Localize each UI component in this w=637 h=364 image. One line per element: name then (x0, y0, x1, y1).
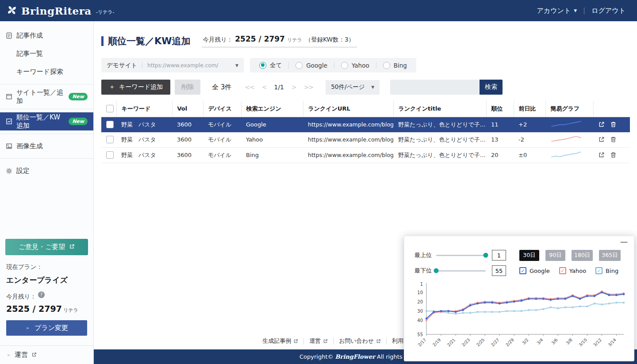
edit-document-icon (6, 32, 12, 39)
title-cell: 野菜たっぷり、色とりどりで子… (393, 132, 486, 148)
trash-icon[interactable] (610, 136, 617, 143)
search-button[interactable]: 検索 (480, 80, 503, 95)
table-row[interactable]: 野菜 パスタ 3600 モバイル Bing https://www.exampl… (101, 147, 630, 163)
rank-history-chart: 110203040552/172/192/212/232/252/272/293… (411, 280, 628, 358)
account-menu[interactable]: アカウント ▼ (537, 7, 577, 15)
bottom-rank-slider[interactable] (436, 270, 486, 272)
external-link-icon[interactable] (598, 121, 605, 128)
footer-link-contact[interactable]: お問い合わせ (339, 337, 381, 345)
svg-text:3/12: 3/12 (592, 337, 602, 348)
prev-page-button[interactable]: < (262, 84, 267, 91)
new-badge: New (69, 93, 88, 100)
rank-chart-icon (6, 118, 12, 125)
col-rank: 順位 (486, 101, 514, 117)
plan-change-button[interactable]: ＞ プラン変更 (6, 320, 87, 336)
svg-text:3/6: 3/6 (550, 337, 559, 346)
ops-link[interactable]: ＞ 運営 (0, 345, 93, 364)
image-icon (6, 143, 12, 149)
first-page-button[interactable]: << (245, 84, 254, 91)
row-checkbox[interactable] (106, 136, 114, 143)
external-link-icon[interactable] (598, 136, 605, 143)
sidebar-item-image-generate[interactable]: 画像生成 (0, 137, 93, 155)
radio-selected-icon (259, 62, 266, 69)
sidebar-item-rank-list[interactable]: 順位一覧／KW追加 New (0, 112, 93, 130)
vol-cell: 3600 (172, 117, 203, 132)
last-page-button[interactable]: >> (304, 84, 313, 91)
plus-icon: ＋ (109, 83, 115, 91)
engine-option-bing[interactable]: Bing (376, 62, 414, 69)
search-input[interactable] (390, 80, 480, 95)
period-365d-button[interactable]: 365日 (599, 250, 620, 261)
trash-icon[interactable] (610, 121, 617, 128)
device-cell: モバイル (203, 117, 241, 132)
app-header: BringRitera -リテラ- アカウント ▼ ログアウト (0, 0, 637, 21)
external-link-icon (69, 243, 75, 251)
bottom-rank-label: 最下位 (411, 267, 432, 275)
sidebar-item-article-list[interactable]: 記事一覧 (0, 45, 93, 63)
svg-text:1: 1 (420, 282, 423, 287)
logo-text: BringRitera (21, 5, 92, 17)
svg-text:3/4: 3/4 (536, 337, 544, 346)
col-graph: 簡易グラフ (545, 101, 593, 117)
add-keyword-button[interactable]: ＋ キーワード追加 (101, 80, 170, 95)
caret-down-icon: ▼ (574, 8, 577, 13)
engine-option-google[interactable]: Google (289, 62, 334, 69)
svg-text:2/21: 2/21 (446, 337, 457, 348)
new-badge: New (69, 118, 88, 125)
slider-knob[interactable] (434, 268, 439, 273)
table-row[interactable]: 野菜 パスタ 3600 モバイル Google https://www.exam… (101, 117, 630, 132)
engine-cell: Bing (241, 147, 303, 163)
title-cell: 野菜たっぷり、色とりどりで子… (393, 117, 486, 132)
engine-cell: Google (241, 117, 303, 132)
per-page-select[interactable]: 50件/ページ ▼ (326, 80, 380, 95)
external-link-icon (31, 351, 37, 359)
checkbox-checked-icon: ✓ (519, 267, 526, 274)
help-icon[interactable]: ? (38, 291, 45, 298)
footer-link-ops[interactable]: 運営 (309, 337, 328, 345)
radio-icon (341, 62, 348, 69)
row-sparkline (550, 120, 582, 128)
caret-down-icon: ▼ (371, 85, 374, 89)
top-rank-input[interactable] (492, 250, 506, 261)
delete-button[interactable]: 削除 (175, 80, 200, 95)
divider (0, 158, 93, 159)
external-link-icon (376, 339, 381, 344)
engine-option-yahoo[interactable]: Yahoo (334, 62, 376, 69)
next-page-button[interactable]: > (292, 84, 296, 91)
svg-text:20: 20 (417, 299, 423, 304)
period-180d-button[interactable]: 180日 (572, 250, 593, 261)
series-checkbox-yahoo[interactable]: ✓ Yahoo (559, 267, 586, 274)
top-rank-slider[interactable] (436, 255, 486, 256)
minimize-button[interactable]: — (620, 237, 628, 246)
radio-icon (383, 62, 390, 69)
sidebar-item-site-list[interactable]: サイト一覧／追加 New (0, 88, 93, 106)
period-90d-button[interactable]: 90日 (545, 250, 565, 261)
feedback-button[interactable]: ご意見・ご要望 (5, 239, 88, 255)
engine-option-all[interactable]: 全て (253, 61, 288, 69)
period-30d-button[interactable]: 30日 (519, 250, 539, 261)
svg-text:2/23: 2/23 (461, 337, 471, 348)
series-checkbox-bing[interactable]: ✓ Bing (595, 267, 618, 274)
logo[interactable]: BringRitera -リテラ- (5, 4, 114, 18)
table-row[interactable]: 野菜 パスタ 3600 モバイル Yahoo https://www.examp… (101, 132, 630, 148)
footer-link-examples[interactable]: 生成記事例 (262, 337, 298, 345)
sidebar-item-keyword-search[interactable]: キーワード探索 (0, 63, 93, 81)
logout-button[interactable]: ログアウト (591, 7, 625, 15)
series-checkbox-google[interactable]: ✓ Google (519, 267, 550, 274)
site-selector[interactable]: デモサイト https://www.example.com/ ▼ (101, 58, 244, 73)
row-checkbox[interactable] (106, 121, 114, 128)
bottom-rank-input[interactable] (492, 265, 506, 276)
slider-knob[interactable] (484, 253, 488, 258)
sidebar-item-settings[interactable]: 設定 (0, 162, 93, 180)
sidebar-item-article-create[interactable]: 記事作成 (0, 27, 93, 45)
rank-cell: 11 (486, 117, 514, 132)
trash-icon[interactable] (610, 152, 617, 158)
svg-text:3/8: 3/8 (565, 337, 573, 346)
external-link-icon[interactable] (598, 152, 605, 158)
engine-filter-group: 全て Google Yahoo Bing (250, 58, 416, 73)
row-checkbox[interactable] (106, 151, 114, 159)
select-all-checkbox[interactable] (106, 105, 114, 112)
divider (333, 338, 334, 345)
chevron-right-icon: ＞ (25, 325, 30, 331)
page-quota: 今月残り： 2525 / 2797 リテラ （登録KW数：3） (202, 34, 357, 47)
